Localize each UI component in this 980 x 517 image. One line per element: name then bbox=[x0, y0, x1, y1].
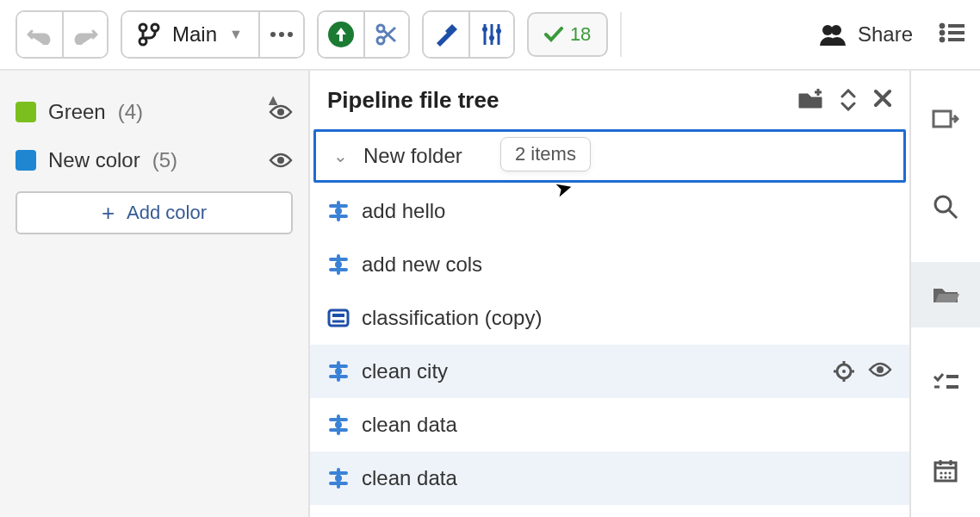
flow-icon bbox=[932, 108, 959, 130]
run-button[interactable] bbox=[319, 12, 363, 57]
visibility-icon[interactable] bbox=[269, 152, 293, 169]
color-row-green[interactable]: Green (4) bbox=[16, 88, 293, 136]
expand-collapse-icon[interactable] bbox=[839, 89, 858, 111]
tree-item[interactable]: clean city bbox=[310, 345, 909, 398]
check-icon bbox=[544, 27, 563, 42]
branch-icon bbox=[138, 22, 160, 47]
tree-item-label: clean data bbox=[362, 466, 457, 490]
tree-item[interactable]: classification (copy) bbox=[310, 291, 909, 345]
right-rail bbox=[911, 71, 980, 517]
tools-group bbox=[422, 10, 515, 59]
svg-point-25 bbox=[842, 370, 846, 373]
tree-folder[interactable]: ⌄ New folder 2 items ➤ bbox=[313, 129, 906, 183]
svg-rect-21 bbox=[329, 310, 348, 326]
tree-header-actions bbox=[797, 89, 892, 111]
svg-point-36 bbox=[944, 476, 946, 478]
svg-point-4 bbox=[279, 32, 284, 37]
plus-icon: + bbox=[102, 202, 115, 224]
recipe-icon bbox=[327, 414, 350, 436]
svg-rect-22 bbox=[332, 314, 344, 317]
top-toolbar: Main ▼ bbox=[0, 0, 980, 71]
branch-selector[interactable]: Main ▼ bbox=[122, 12, 258, 57]
branch-label: Main bbox=[172, 22, 217, 47]
svg-point-11 bbox=[496, 28, 501, 34]
tree-item-label: classification (copy) bbox=[362, 306, 542, 330]
close-icon[interactable] bbox=[873, 89, 892, 111]
scissors-branch-icon bbox=[375, 22, 399, 47]
rail-search-button[interactable] bbox=[911, 174, 980, 240]
color-row-newcolor[interactable]: New color (5) bbox=[16, 136, 293, 184]
svg-point-35 bbox=[940, 476, 942, 478]
svg-point-20 bbox=[335, 261, 342, 268]
folder-open-icon bbox=[932, 283, 959, 306]
toolbar-right: Share bbox=[818, 22, 964, 47]
calendar-icon bbox=[933, 458, 958, 483]
status-count: 18 bbox=[570, 23, 591, 46]
rail-checklist-button[interactable] bbox=[911, 350, 980, 415]
undo-button[interactable] bbox=[17, 12, 62, 57]
svg-rect-29 bbox=[933, 111, 951, 127]
more-button[interactable] bbox=[258, 12, 303, 57]
rail-calendar-button[interactable] bbox=[911, 438, 980, 503]
checklist-icon bbox=[933, 372, 958, 393]
main-columns: ▲ Green (4) New color (5) + Add color bbox=[0, 71, 980, 517]
tree-item-label: add hello bbox=[362, 199, 445, 223]
caret-down-icon: ▼ bbox=[229, 27, 243, 42]
tasks-button[interactable] bbox=[939, 22, 964, 47]
node-icon bbox=[327, 308, 350, 327]
tree-item[interactable]: add hello bbox=[310, 184, 909, 238]
color-count: (4) bbox=[118, 100, 143, 124]
undo-icon bbox=[27, 24, 53, 45]
new-folder-icon[interactable] bbox=[797, 89, 823, 111]
color-sidebar: ▲ Green (4) New color (5) + Add color bbox=[0, 71, 310, 517]
svg-point-0 bbox=[140, 24, 146, 31]
svg-point-17 bbox=[277, 109, 284, 115]
svg-point-19 bbox=[335, 208, 342, 215]
recipe-icon bbox=[327, 253, 350, 276]
tree-item-label: clean city bbox=[362, 359, 448, 383]
add-color-button[interactable]: + Add color bbox=[16, 191, 293, 234]
color-count: (5) bbox=[152, 148, 177, 172]
upload-circle-icon bbox=[327, 21, 355, 48]
tree-header: Pipeline file tree bbox=[310, 71, 909, 129]
share-label: Share bbox=[858, 22, 913, 47]
tree-item-label: clean data bbox=[362, 413, 457, 437]
recipe-icon bbox=[327, 200, 350, 222]
svg-point-23 bbox=[335, 368, 342, 375]
toolbar-divider bbox=[620, 12, 622, 57]
tree-item[interactable]: add new cols bbox=[310, 238, 909, 291]
redo-icon bbox=[72, 24, 98, 45]
locate-icon[interactable] bbox=[834, 361, 854, 382]
branch-group: Main ▼ bbox=[121, 10, 305, 59]
color-swatch bbox=[16, 150, 36, 171]
ellipsis-icon bbox=[269, 30, 295, 39]
svg-point-28 bbox=[335, 475, 342, 482]
add-color-label: Add color bbox=[127, 202, 207, 224]
pipeline-tree: Pipeline file tree ⌄ New folder 2 items … bbox=[310, 71, 911, 517]
tree-item[interactable]: clean data bbox=[310, 452, 909, 505]
svg-point-10 bbox=[489, 35, 494, 40]
collapse-caret-icon[interactable]: ▲ bbox=[265, 91, 281, 109]
svg-point-16 bbox=[940, 37, 945, 42]
rail-flow-button[interactable] bbox=[911, 86, 980, 152]
folder-tooltip: 2 items bbox=[500, 137, 591, 171]
sliders-icon bbox=[481, 22, 503, 47]
svg-point-30 bbox=[935, 196, 951, 212]
tree-title: Pipeline file tree bbox=[327, 87, 499, 114]
share-button[interactable]: Share bbox=[818, 22, 913, 47]
settings-button[interactable] bbox=[468, 12, 513, 57]
rail-files-button[interactable] bbox=[911, 262, 980, 327]
tree-item[interactable]: clean data bbox=[310, 398, 909, 452]
redo-button[interactable] bbox=[62, 12, 107, 57]
recipe-icon bbox=[327, 360, 350, 383]
svg-point-15 bbox=[940, 30, 945, 35]
status-pill[interactable]: 18 bbox=[527, 12, 608, 57]
build-button[interactable] bbox=[424, 12, 468, 57]
people-icon bbox=[818, 23, 846, 46]
visibility-icon[interactable] bbox=[868, 361, 892, 382]
cut-branch-button[interactable] bbox=[363, 12, 408, 57]
svg-point-1 bbox=[152, 24, 158, 31]
svg-point-18 bbox=[277, 157, 284, 164]
svg-point-26 bbox=[877, 366, 884, 373]
list-icon bbox=[939, 22, 964, 43]
